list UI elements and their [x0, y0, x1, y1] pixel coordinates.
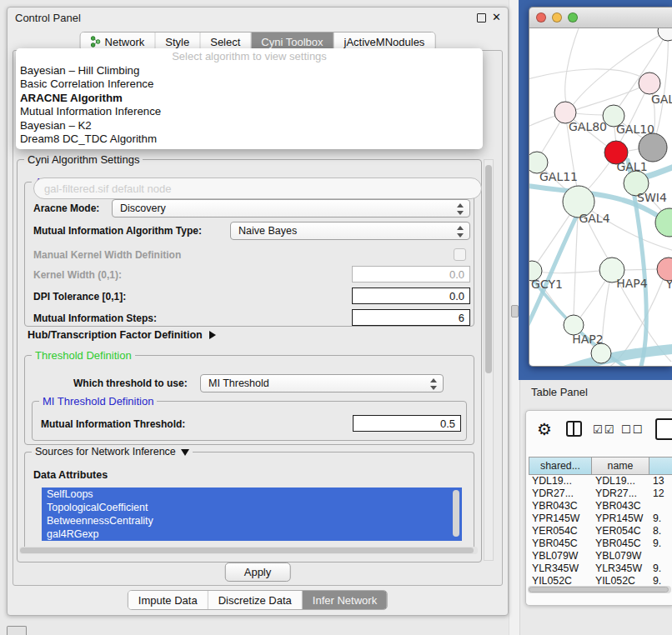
unchecked-checkboxes-icon[interactable]: ☐☐ [621, 423, 644, 436]
table-cell: YBR043C [595, 500, 641, 512]
tab-discretize-data[interactable]: Discretize Data [208, 591, 303, 609]
network-edge[interactable] [529, 69, 644, 80]
tab-label: Network [105, 36, 145, 48]
columns-icon[interactable] [566, 421, 582, 437]
zoom-traffic-light-icon[interactable] [568, 12, 578, 22]
column-header-shared[interactable]: shared... [529, 457, 592, 475]
table-row[interactable]: YLR345WYLR345W9. [526, 562, 672, 575]
dpi-tolerance-input[interactable]: 0.0 [352, 288, 470, 304]
column-header-name[interactable]: name [591, 457, 649, 475]
algorithm-option-aracne-algorithm[interactable]: ARACNE Algorithm [16, 92, 483, 105]
checked-checkboxes-icon[interactable]: ☑☑ [593, 423, 615, 436]
table-cell: YIL052C [595, 575, 635, 584]
minimize-traffic-light-icon[interactable] [552, 12, 562, 22]
aracne-mode-select[interactable]: Discovery [112, 199, 470, 218]
attribute-item-selfloops[interactable]: SelfLoops [42, 488, 462, 501]
apply-button[interactable]: Apply [225, 562, 291, 582]
control-panel-titlebar: Control Panel ✕ [8, 8, 508, 28]
control-panel-title: Control Panel [15, 12, 81, 24]
table-row[interactable]: YBL079WYBL079W [526, 550, 672, 562]
hub-definition-expander[interactable]: Hub/Transcription Factor Definition [28, 329, 216, 341]
manual-kernel-label: Manual Kernel Width Definition [33, 249, 181, 261]
algorithm-options-list: Bayesian – Hill ClimbingBasic Correlatio… [16, 64, 483, 146]
table-cell: YBR045C [532, 538, 578, 549]
table-row[interactable]: YIL052CYIL052C9. [526, 575, 672, 584]
data-attributes-list[interactable]: SelfLoopsTopologicalCoefficientBetweenne… [42, 488, 462, 541]
tab-label: jActiveMNodules [344, 36, 425, 48]
network-icon [91, 36, 101, 48]
mi-threshold-input[interactable]: 0.5 [353, 415, 461, 432]
document-icon[interactable] [655, 418, 672, 440]
close-icon[interactable]: ✕ [492, 11, 501, 23]
network-edge[interactable] [529, 116, 555, 128]
minimized-panel-icon[interactable] [7, 626, 27, 635]
expand-arrow-icon[interactable] [209, 331, 216, 339]
table-cell: YIL052C [532, 575, 572, 584]
aracne-mode-label: Aracne Mode: [33, 202, 99, 214]
gear-icon[interactable]: ⚙ [537, 419, 552, 439]
table-row[interactable]: YER054CYER054C8. [526, 525, 672, 538]
algorithm-option-dream8-dc-tdc-algorithm[interactable]: Dream8 DC_TDC Algorithm [16, 132, 483, 146]
tab-label: Infer Network [313, 594, 377, 607]
node-label: GCY1 [531, 278, 563, 291]
control-panel-window: Control Panel ✕ NetworkStyleSelectCyni T… [7, 7, 509, 616]
mi-steps-input[interactable]: 6 [352, 309, 470, 326]
network-node[interactable] [658, 28, 672, 41]
table-scroll-thumb[interactable] [529, 587, 669, 592]
hidden-network-combo[interactable]: gal-filtered.sif default node [33, 178, 482, 199]
network-node[interactable] [639, 133, 667, 162]
table-row[interactable]: YPR145WYPR145W9. [526, 512, 672, 525]
divider-handle-icon[interactable] [511, 305, 519, 318]
mi-type-value: Naive Bayes [238, 225, 297, 237]
network-node-gal[interactable] [639, 72, 660, 94]
kernel-width-input[interactable]: 0.0 [352, 266, 470, 282]
table-cell: YPR145W [532, 512, 579, 524]
algorithm-option-basic-correlation-inference[interactable]: Basic Correlation Inference [16, 78, 483, 91]
threshold-definition-title: Threshold Definition [32, 349, 135, 362]
network-node[interactable] [655, 208, 672, 237]
table-cell: YDR27... [595, 488, 637, 499]
collapse-arrow-icon[interactable] [181, 449, 189, 456]
mi-steps-label: Mutual Information Steps: [33, 312, 157, 324]
tab-infer-network[interactable]: Infer Network [303, 591, 387, 609]
table-row[interactable]: YDL19...YDL19...13 [526, 475, 672, 488]
float-window-icon[interactable] [477, 13, 486, 22]
attribute-item-topologicalcoefficient[interactable]: TopologicalCoefficient [42, 501, 462, 514]
horizontal-scrollbar[interactable] [19, 547, 478, 554]
tab-label: Impute Data [138, 594, 198, 607]
close-traffic-light-icon[interactable] [536, 12, 546, 22]
vertical-scrollbar[interactable] [484, 159, 494, 561]
table-cell: 9. [653, 562, 661, 574]
horizontal-scroll-thumb[interactable] [20, 548, 474, 553]
table-row[interactable]: YBR045CYBR045C9. [526, 538, 672, 550]
data-attributes-label: Data Attributes [33, 469, 108, 481]
table-cell: YDL19... [532, 475, 572, 487]
column-header-2[interactable] [649, 457, 672, 475]
table-cell: 12 [653, 488, 664, 499]
table-row[interactable]: YDR27...YDR27...12 [526, 488, 672, 500]
threshold-definition-group: Threshold Definition Which threshold to … [24, 355, 474, 445]
stepper-icon [430, 378, 438, 391]
node-label: GAL80 [569, 120, 607, 133]
table-row[interactable]: YBR043CYBR043C [526, 500, 672, 512]
network-window-titlebar [529, 8, 672, 28]
attribute-item-betweennesscentrality[interactable]: BetweennessCentrality [42, 514, 462, 528]
attribute-list-scrollbar[interactable] [453, 490, 459, 537]
algorithm-option-mutual-information-inference[interactable]: Mutual Information Inference [16, 105, 483, 118]
manual-kernel-checkbox[interactable] [454, 248, 466, 261]
algorithm-option-bayesian-hill-climbing[interactable]: Bayesian – Hill Climbing [16, 64, 483, 78]
table-header: shared...name [529, 457, 672, 475]
algorithm-option-bayesian-k2[interactable]: Bayesian – K2 [16, 119, 483, 132]
mi-threshold-definition-group: MI Threshold Definition Mutual Informati… [32, 401, 467, 441]
table-horizontal-scrollbar[interactable] [528, 586, 671, 593]
which-threshold-select[interactable]: MI Threshold [200, 374, 444, 392]
tab-impute-data[interactable]: Impute Data [128, 591, 208, 609]
network-edge[interactable] [565, 28, 581, 102]
table-cell: 9. [653, 538, 661, 549]
network-view-window: GALGAL80GAL10GAL1GAL11SWI4GAL4GCY1HAP4YH… [529, 7, 672, 367]
network-node[interactable] [591, 343, 611, 363]
vertical-scroll-thumb[interactable] [485, 165, 492, 373]
network-view[interactable]: GALGAL80GAL10GAL1GAL11SWI4GAL4GCY1HAP4YH… [529, 28, 672, 367]
mi-type-select[interactable]: Naive Bayes [230, 222, 470, 240]
attribute-item-gal4rgexp[interactable]: gal4RGexp [42, 528, 462, 541]
